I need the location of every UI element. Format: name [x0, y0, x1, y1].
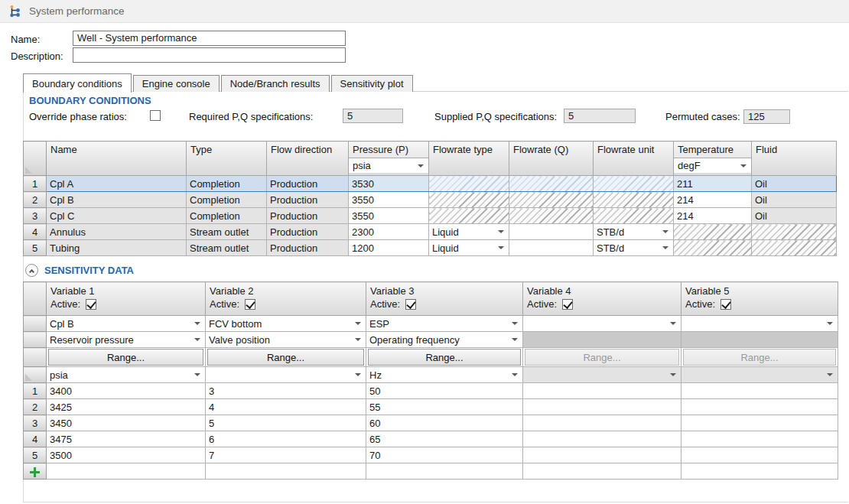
value-cell[interactable]: 4	[206, 399, 366, 415]
value-cell[interactable]: 60	[366, 415, 523, 431]
value-cell[interactable]: 3475	[47, 431, 206, 447]
column-header-name[interactable]: Name	[47, 141, 187, 176]
flowrate-unit-select[interactable]: STB/d	[594, 240, 674, 256]
row-number[interactable]: 4	[24, 431, 47, 447]
column-header-pressure[interactable]: Pressure (P) psia	[349, 141, 429, 176]
variable-3-range-button[interactable]: Range...	[368, 349, 521, 366]
tab-node-branch-results[interactable]: Node/Branch results	[221, 75, 330, 92]
row-number[interactable]: 5	[24, 447, 47, 463]
variable-1-active-checkbox[interactable]	[86, 299, 96, 310]
table-row[interactable]: 4 3475 6 65	[24, 431, 838, 447]
variable-4-object-select[interactable]	[523, 316, 681, 332]
variable-3-active-checkbox[interactable]	[405, 299, 416, 310]
value-cell[interactable]	[681, 463, 838, 480]
grid-corner-cell[interactable]	[24, 141, 47, 176]
table-row[interactable]: 5 3500 7 70	[24, 447, 838, 463]
table-row[interactable]: 5 Tubing Stream outlet Production 1200 L…	[24, 240, 837, 256]
flowrate-type-select[interactable]: Liquid	[429, 224, 509, 240]
cell-temperature[interactable]: 214	[674, 208, 752, 224]
value-cell[interactable]: 3	[206, 383, 366, 399]
variable-4-active-checkbox[interactable]	[562, 299, 573, 310]
value-cell[interactable]	[523, 415, 681, 431]
row-number[interactable]: 2	[24, 192, 47, 208]
row-number[interactable]: 3	[24, 415, 47, 431]
variable-2-active-checkbox[interactable]	[245, 299, 255, 310]
description-input[interactable]	[73, 47, 346, 63]
cell-flowrate[interactable]	[509, 240, 594, 256]
row-number[interactable]: 3	[24, 208, 47, 224]
value-cell[interactable]	[681, 447, 838, 463]
variable-2-unit-select[interactable]	[206, 367, 366, 383]
tab-engine-console[interactable]: Engine console	[133, 75, 220, 92]
variable-3-unit-select[interactable]: Hz	[366, 367, 523, 383]
variable-2-property-select[interactable]: Valve position	[206, 332, 366, 348]
value-cell[interactable]: 70	[366, 447, 523, 463]
name-input[interactable]: Well - System performance	[73, 31, 346, 46]
cell-pressure[interactable]: 3530	[349, 176, 429, 192]
table-row[interactable]: 2 Cpl B Completion Production 3550 214 O…	[24, 192, 837, 208]
grid-corner-cell[interactable]	[24, 282, 47, 316]
value-cell[interactable]: 3425	[47, 399, 206, 415]
row-number[interactable]: 4	[24, 224, 47, 240]
column-header-flowrate-unit[interactable]: Flowrate unit	[594, 141, 674, 176]
column-header-flowrate-type[interactable]: Flowrate type	[429, 141, 509, 176]
variable-2-range-button[interactable]: Range...	[207, 349, 364, 366]
value-cell[interactable]	[47, 463, 206, 480]
value-cell[interactable]	[523, 399, 681, 415]
flowrate-unit-select[interactable]: STB/d	[594, 224, 674, 240]
tab-boundary-conditions[interactable]: Boundary conditions	[23, 73, 132, 93]
value-cell[interactable]	[681, 431, 838, 447]
value-cell[interactable]	[681, 383, 838, 399]
value-cell[interactable]	[366, 463, 523, 480]
value-cell[interactable]	[523, 431, 681, 447]
variable-1-property-select[interactable]: Reservoir pressure	[47, 332, 206, 348]
value-cell[interactable]	[681, 415, 838, 431]
table-row[interactable]: 4 Annulus Stream outlet Production 2300 …	[24, 224, 837, 240]
cell-temperature[interactable]: 211	[674, 176, 752, 192]
variable-3-object-select[interactable]: ESP	[366, 316, 523, 332]
value-cell[interactable]: 50	[366, 383, 523, 399]
table-row[interactable]: 3 Cpl C Completion Production 3550 214 O…	[24, 208, 837, 224]
variable-2-object-select[interactable]: FCV bottom	[206, 316, 366, 332]
override-phase-ratios-checkbox[interactable]	[150, 110, 161, 121]
cell-flowrate[interactable]	[509, 224, 594, 240]
row-number[interactable]: 5	[24, 240, 47, 256]
cell-pressure[interactable]: 2300	[349, 224, 429, 240]
value-cell[interactable]: 65	[366, 431, 523, 447]
tab-sensitivity-plot[interactable]: Sensitivity plot	[331, 75, 413, 92]
column-header-fluid[interactable]: Fluid	[752, 141, 837, 176]
value-cell[interactable]: 55	[366, 399, 523, 415]
value-cell[interactable]: 7	[206, 447, 366, 463]
value-cell[interactable]	[523, 463, 681, 480]
value-cell[interactable]	[206, 463, 366, 480]
value-cell[interactable]: 3450	[47, 415, 206, 431]
column-header-flow-direction[interactable]: Flow direction	[267, 141, 349, 176]
table-row[interactable]: 1 3400 3 50	[24, 383, 838, 399]
table-row[interactable]: 3 3450 5 60	[24, 415, 838, 431]
column-header-type[interactable]: Type	[187, 141, 267, 176]
row-number[interactable]: 1	[24, 383, 47, 399]
cell-pressure[interactable]: 3550	[349, 192, 429, 208]
variable-3-property-select[interactable]: Operating frequency	[366, 332, 523, 348]
variable-1-range-button[interactable]: Range...	[48, 349, 203, 366]
collapse-section-button[interactable]	[25, 264, 38, 277]
value-cell[interactable]: 3500	[47, 447, 206, 463]
column-header-temperature[interactable]: Temperature degF	[674, 141, 752, 176]
value-cell[interactable]: 5	[206, 415, 366, 431]
variable-5-object-select[interactable]	[681, 316, 838, 332]
pressure-unit-select[interactable]: psia	[349, 158, 428, 173]
table-row[interactable]: 2 3425 4 55	[24, 399, 838, 415]
temperature-unit-select[interactable]: degF	[674, 158, 751, 173]
value-cell[interactable]	[523, 447, 681, 463]
cell-temperature[interactable]: 214	[674, 192, 752, 208]
flowrate-type-select[interactable]: Liquid	[429, 240, 509, 256]
variable-1-object-select[interactable]: Cpl B	[47, 316, 206, 332]
row-number[interactable]: 1	[24, 176, 47, 192]
add-row-button[interactable]	[24, 463, 47, 480]
value-cell[interactable]	[523, 383, 681, 399]
cell-pressure[interactable]: 1200	[349, 240, 429, 256]
row-number[interactable]: 2	[24, 399, 47, 415]
column-header-flowrate-q[interactable]: Flowrate (Q)	[509, 141, 594, 176]
variable-5-active-checkbox[interactable]	[721, 299, 731, 310]
value-cell[interactable]	[681, 399, 838, 415]
